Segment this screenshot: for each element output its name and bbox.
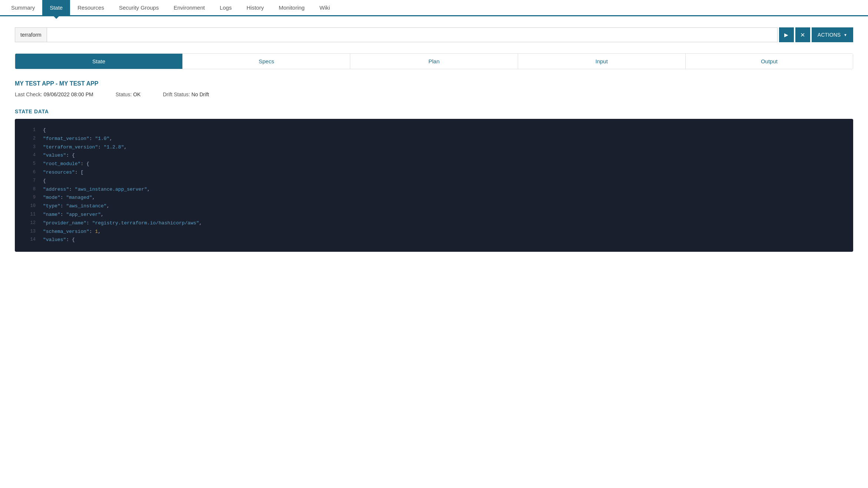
sub-tabs: StateSpecsPlanInputOutput	[15, 53, 853, 69]
code-block[interactable]: 1{2 "format_version": "1.0",3 "terraform…	[15, 119, 853, 252]
state-data-title: STATE DATA	[15, 108, 853, 114]
sub-tab-state[interactable]: State	[15, 54, 183, 69]
line-content: "resources": [	[43, 169, 83, 177]
nav-tab-monitoring[interactable]: Monitoring	[271, 0, 312, 16]
line-number: 9	[22, 194, 36, 202]
sub-tab-specs[interactable]: Specs	[183, 54, 350, 69]
search-bar: terraform ▶ ✕ ACTIONS ▼	[15, 27, 853, 42]
line-number: 4	[22, 152, 36, 160]
sub-tab-plan[interactable]: Plan	[350, 54, 518, 69]
line-number: 5	[22, 160, 36, 168]
line-content: "address": "aws_instance.app_server",	[43, 186, 150, 194]
play-button[interactable]: ▶	[779, 27, 794, 42]
main-content: terraform ▶ ✕ ACTIONS ▼ StateSpecsPlanIn…	[0, 16, 868, 263]
line-content: "schema_version": 1,	[43, 228, 101, 236]
code-line: 12 "provider_name": "registry.terraform.…	[15, 219, 853, 228]
code-line: 8 "address": "aws_instance.app_server",	[15, 185, 853, 194]
code-line: 7 {	[15, 177, 853, 185]
line-content: {	[43, 127, 46, 134]
line-number: 14	[22, 236, 36, 244]
top-navigation: SummaryStateResourcesSecurity GroupsEnvi…	[0, 0, 868, 16]
line-content: "format_version": "1.0",	[43, 135, 112, 143]
play-icon: ▶	[784, 32, 788, 38]
search-input[interactable]	[47, 27, 778, 42]
sub-tab-input[interactable]: Input	[518, 54, 686, 69]
line-number: 12	[22, 220, 36, 227]
nav-tab-history[interactable]: History	[239, 0, 271, 16]
code-line: 13 "schema_version": 1,	[15, 228, 853, 236]
code-line: 1{	[15, 126, 853, 135]
code-line: 3 "terraform_version": "1.2.8",	[15, 143, 853, 152]
chevron-down-icon: ▼	[844, 33, 847, 37]
line-number: 2	[22, 135, 36, 143]
status-value: OK	[133, 91, 140, 97]
line-content: "values": {	[43, 236, 75, 244]
line-number: 11	[22, 211, 36, 219]
code-line: 2 "format_version": "1.0",	[15, 135, 853, 143]
line-content: "terraform_version": "1.2.8",	[43, 144, 127, 151]
line-content: "root_module": {	[43, 160, 89, 168]
line-number: 3	[22, 144, 36, 151]
code-line: 9 "mode": "managed",	[15, 194, 853, 202]
line-content: "type": "aws_instance",	[43, 203, 109, 210]
clear-button[interactable]: ✕	[795, 27, 810, 42]
nav-tab-security-groups[interactable]: Security Groups	[112, 0, 166, 16]
app-meta: Last Check: 09/06/2022 08:00 PM Status: …	[15, 91, 853, 97]
drift-status-value: No Drift	[191, 91, 209, 97]
line-content: "mode": "managed",	[43, 194, 95, 202]
nav-tab-logs[interactable]: Logs	[212, 0, 239, 16]
code-line: 6 "resources": [	[15, 168, 853, 177]
drift-status-label: Drift Status:	[163, 91, 190, 97]
line-number: 8	[22, 186, 36, 194]
close-icon: ✕	[800, 31, 805, 39]
line-content: "values": {	[43, 152, 75, 160]
nav-tab-summary[interactable]: Summary	[4, 0, 42, 16]
nav-tab-environment[interactable]: Environment	[166, 0, 212, 16]
search-prefix: terraform	[15, 27, 47, 42]
last-check-label: Last Check:	[15, 91, 42, 97]
line-number: 1	[22, 127, 36, 134]
nav-tab-wiki[interactable]: Wiki	[312, 0, 337, 16]
line-content: "provider_name": "registry.terraform.io/…	[43, 220, 202, 227]
actions-label: ACTIONS	[818, 32, 841, 38]
app-title: MY TEST APP - MY TEST APP	[15, 80, 853, 87]
line-content: {	[43, 177, 46, 185]
sub-tab-output[interactable]: Output	[686, 54, 853, 69]
code-line: 11 "name": "app_server",	[15, 211, 853, 219]
line-number: 6	[22, 169, 36, 177]
code-line: 10 "type": "aws_instance",	[15, 202, 853, 211]
actions-button[interactable]: ACTIONS ▼	[812, 27, 853, 42]
code-line: 14 "values": {	[15, 236, 853, 244]
status-label: Status:	[116, 91, 132, 97]
nav-tab-resources[interactable]: Resources	[70, 0, 112, 16]
line-number: 10	[22, 203, 36, 210]
line-number: 7	[22, 177, 36, 185]
status: Status: OK	[116, 91, 141, 97]
line-number: 13	[22, 228, 36, 236]
drift-status: Drift Status: No Drift	[163, 91, 209, 97]
line-content: "name": "app_server",	[43, 211, 104, 219]
nav-tab-state[interactable]: State	[42, 0, 70, 16]
last-check-value: 09/06/2022 08:00 PM	[44, 91, 93, 97]
last-check: Last Check: 09/06/2022 08:00 PM	[15, 91, 93, 97]
code-line: 5 "root_module": {	[15, 160, 853, 168]
code-line: 4 "values": {	[15, 151, 853, 160]
